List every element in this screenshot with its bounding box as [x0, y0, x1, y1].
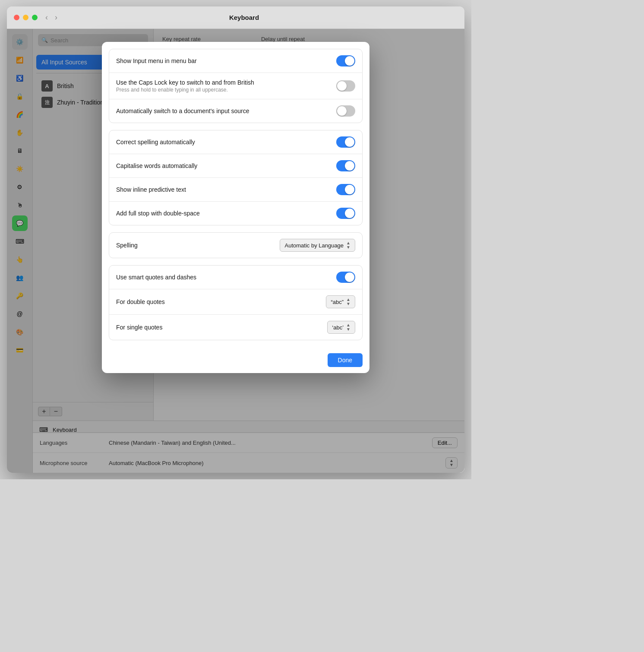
- settings-section-1: Show Input menu in menu bar Use the Caps…: [109, 49, 363, 123]
- toggle-knob: [345, 137, 354, 147]
- single-quotes-label: For single quotes: [116, 324, 327, 331]
- title-bar: ‹ › Keyboard: [7, 6, 464, 29]
- capitalise-words-label: Capitalise words automatically: [116, 162, 336, 169]
- toggle-knob: [337, 106, 347, 116]
- modal-footer: Done: [102, 347, 369, 373]
- toggle-knob: [345, 161, 354, 171]
- show-input-menu-label: Show Input menu in menu bar: [116, 57, 336, 64]
- smart-quotes-toggle[interactable]: [336, 272, 355, 283]
- auto-switch-toggle[interactable]: [336, 105, 355, 117]
- dropdown-arrows-icon: ▲ ▼: [346, 241, 350, 250]
- single-quotes-row: For single quotes ‘abc’ ▲ ▼: [109, 315, 362, 340]
- smart-quotes-label: Use smart quotes and dashes: [116, 274, 336, 281]
- spelling-dropdown[interactable]: Automatic by Language ▲ ▼: [280, 239, 355, 252]
- main-window: ‹ › Keyboard ⚙️ 📶 ♿ 🔒 🌈 ✋ 🖥 ☀️ ⚙ 🖱 💬 ⌨ 👆…: [7, 6, 464, 473]
- show-input-menu-row: Show Input menu in menu bar: [109, 49, 362, 73]
- caps-lock-sublabel: Press and hold to enable typing in all u…: [116, 87, 336, 93]
- inline-predictive-label: Show inline predictive text: [116, 186, 336, 193]
- close-button[interactable]: [14, 15, 19, 20]
- caps-lock-toggle[interactable]: [336, 80, 355, 92]
- dropdown-arrows-icon: ▲ ▼: [346, 323, 350, 332]
- single-quotes-dropdown[interactable]: ‘abc’ ▲ ▼: [327, 321, 355, 334]
- double-quotes-row: For double quotes “abc” ▲ ▼: [109, 289, 362, 315]
- correct-spelling-row: Correct spelling automatically: [109, 130, 362, 154]
- auto-switch-label: Automatically switch to a document's inp…: [116, 108, 336, 114]
- dropdown-arrows-icon: ▲ ▼: [346, 298, 350, 306]
- minimize-button[interactable]: [23, 15, 28, 20]
- capitalise-words-row: Capitalise words automatically: [109, 154, 362, 178]
- double-quotes-dropdown[interactable]: “abc” ▲ ▼: [326, 295, 355, 308]
- toggle-knob: [345, 185, 354, 194]
- settings-section-2: Correct spelling automatically Capitalis…: [109, 130, 363, 225]
- inline-predictive-row: Show inline predictive text: [109, 178, 362, 202]
- modal-overlay: Show Input menu in menu bar Use the Caps…: [7, 29, 464, 473]
- caps-lock-row: Use the Caps Lock key to switch to and f…: [109, 73, 362, 99]
- toggle-knob: [345, 209, 354, 218]
- toggle-knob: [337, 81, 347, 91]
- settings-modal: Show Input menu in menu bar Use the Caps…: [102, 42, 369, 373]
- toggle-knob: [345, 56, 354, 66]
- inline-predictive-toggle[interactable]: [336, 184, 355, 195]
- double-quotes-value: “abc”: [331, 299, 344, 305]
- auto-switch-row: Automatically switch to a document's inp…: [109, 99, 362, 123]
- smart-quotes-row: Use smart quotes and dashes: [109, 266, 362, 289]
- single-quotes-value: ‘abc’: [332, 324, 344, 331]
- spelling-value: Automatic by Language: [284, 242, 344, 249]
- done-button[interactable]: Done: [328, 353, 363, 367]
- double-quotes-label: For double quotes: [116, 298, 326, 305]
- full-stop-label: Add full stop with double-space: [116, 210, 336, 217]
- toggle-knob: [345, 272, 354, 282]
- full-stop-toggle[interactable]: [336, 208, 355, 219]
- spelling-label: Spelling: [116, 242, 280, 249]
- settings-section-3: Spelling Automatic by Language ▲ ▼: [109, 232, 363, 258]
- window-title: Keyboard: [31, 14, 458, 21]
- full-stop-row: Add full stop with double-space: [109, 202, 362, 225]
- spelling-row: Spelling Automatic by Language ▲ ▼: [109, 233, 362, 258]
- correct-spelling-label: Correct spelling automatically: [116, 139, 336, 146]
- correct-spelling-toggle[interactable]: [336, 136, 355, 148]
- capitalise-words-toggle[interactable]: [336, 160, 355, 171]
- settings-section-4: Use smart quotes and dashes For double q…: [109, 265, 363, 340]
- caps-lock-label: Use the Caps Lock key to switch to and f…: [116, 79, 336, 86]
- show-input-menu-toggle[interactable]: [336, 55, 355, 66]
